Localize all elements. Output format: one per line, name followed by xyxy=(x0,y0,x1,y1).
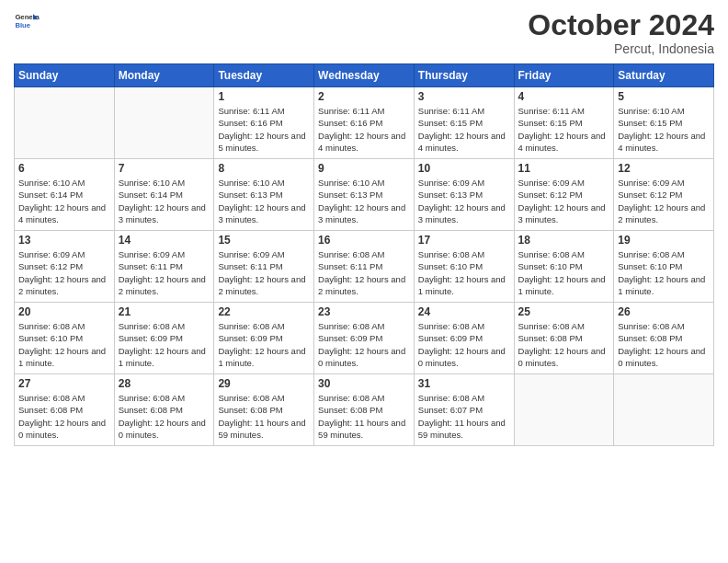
calendar-day-cell: 10Sunrise: 6:09 AM Sunset: 6:13 PM Dayli… xyxy=(414,159,514,231)
day-number: 31 xyxy=(418,377,510,390)
day-info: Sunrise: 6:09 AM Sunset: 6:11 PM Dayligh… xyxy=(119,248,210,297)
day-number: 22 xyxy=(218,305,310,318)
day-info: Sunrise: 6:08 AM Sunset: 6:11 PM Dayligh… xyxy=(318,248,410,297)
title-area: October 2024 Percut, Indonesia xyxy=(528,9,714,56)
day-of-week-header: Thursday xyxy=(414,64,514,87)
calendar-day-cell: 24Sunrise: 6:08 AM Sunset: 6:09 PM Dayli… xyxy=(414,303,514,374)
calendar-table: SundayMondayTuesdayWednesdayThursdayFrid… xyxy=(14,63,714,446)
day-number: 25 xyxy=(518,305,610,318)
day-info: Sunrise: 6:09 AM Sunset: 6:12 PM Dayligh… xyxy=(618,177,710,225)
month-title: October 2024 xyxy=(528,9,714,41)
calendar-day-cell: 5Sunrise: 6:10 AM Sunset: 6:15 PM Daylig… xyxy=(614,87,714,159)
calendar-day-cell: 28Sunrise: 6:08 AM Sunset: 6:08 PM Dayli… xyxy=(114,374,214,446)
day-of-week-header: Saturday xyxy=(614,64,714,87)
day-number: 28 xyxy=(119,377,210,390)
calendar-day-cell: 31Sunrise: 6:08 AM Sunset: 6:07 PM Dayli… xyxy=(414,374,514,446)
calendar-week-row: 1Sunrise: 6:11 AM Sunset: 6:16 PM Daylig… xyxy=(15,87,714,159)
calendar-day-cell: 30Sunrise: 6:08 AM Sunset: 6:08 PM Dayli… xyxy=(314,374,415,446)
day-number: 9 xyxy=(318,162,410,175)
day-info: Sunrise: 6:11 AM Sunset: 6:15 PM Dayligh… xyxy=(518,105,610,154)
day-number: 13 xyxy=(18,234,110,247)
day-info: Sunrise: 6:10 AM Sunset: 6:14 PM Dayligh… xyxy=(119,177,210,225)
day-number: 7 xyxy=(119,162,210,175)
calendar-header: General Blue October 2024 Percut, Indone… xyxy=(14,9,714,56)
day-info: Sunrise: 6:08 AM Sunset: 6:10 PM Dayligh… xyxy=(18,320,110,369)
day-info: Sunrise: 6:08 AM Sunset: 6:10 PM Dayligh… xyxy=(618,248,710,297)
day-of-week-header: Friday xyxy=(514,64,614,87)
logo: General Blue xyxy=(14,9,43,35)
calendar-day-cell: 16Sunrise: 6:08 AM Sunset: 6:11 PM Dayli… xyxy=(314,231,415,303)
calendar-day-cell: 15Sunrise: 6:09 AM Sunset: 6:11 PM Dayli… xyxy=(214,231,314,303)
day-info: Sunrise: 6:09 AM Sunset: 6:12 PM Dayligh… xyxy=(18,248,110,297)
day-number: 6 xyxy=(18,162,110,175)
day-number: 18 xyxy=(518,234,610,247)
calendar-day-cell: 17Sunrise: 6:08 AM Sunset: 6:10 PM Dayli… xyxy=(414,231,514,303)
day-number: 5 xyxy=(618,90,710,103)
day-number: 27 xyxy=(18,377,110,390)
day-number: 21 xyxy=(119,305,210,318)
calendar-day-cell: 2Sunrise: 6:11 AM Sunset: 6:16 PM Daylig… xyxy=(314,87,415,159)
day-info: Sunrise: 6:08 AM Sunset: 6:08 PM Dayligh… xyxy=(318,392,410,441)
day-of-week-header: Monday xyxy=(114,64,214,87)
day-number: 3 xyxy=(418,90,510,103)
day-number: 2 xyxy=(318,90,410,103)
calendar-day-cell: 4Sunrise: 6:11 AM Sunset: 6:15 PM Daylig… xyxy=(514,87,614,159)
logo-icon: General Blue xyxy=(14,9,40,35)
calendar-day-cell: 26Sunrise: 6:08 AM Sunset: 6:08 PM Dayli… xyxy=(614,303,714,374)
calendar-day-cell: 1Sunrise: 6:11 AM Sunset: 6:16 PM Daylig… xyxy=(214,87,314,159)
calendar-day-cell: 11Sunrise: 6:09 AM Sunset: 6:12 PM Dayli… xyxy=(514,159,614,231)
calendar-day-cell: 3Sunrise: 6:11 AM Sunset: 6:15 PM Daylig… xyxy=(414,87,514,159)
day-info: Sunrise: 6:08 AM Sunset: 6:09 PM Dayligh… xyxy=(218,320,310,369)
day-info: Sunrise: 6:08 AM Sunset: 6:09 PM Dayligh… xyxy=(119,320,210,369)
day-number: 12 xyxy=(618,162,710,175)
calendar-day-cell: 29Sunrise: 6:08 AM Sunset: 6:08 PM Dayli… xyxy=(214,374,314,446)
day-info: Sunrise: 6:08 AM Sunset: 6:09 PM Dayligh… xyxy=(418,320,510,369)
calendar-day-cell xyxy=(114,87,214,159)
day-info: Sunrise: 6:10 AM Sunset: 6:14 PM Dayligh… xyxy=(18,177,110,225)
calendar-week-row: 13Sunrise: 6:09 AM Sunset: 6:12 PM Dayli… xyxy=(15,231,714,303)
day-number: 26 xyxy=(618,305,710,318)
day-of-week-header: Tuesday xyxy=(214,64,314,87)
day-number: 10 xyxy=(418,162,510,175)
calendar-day-cell: 12Sunrise: 6:09 AM Sunset: 6:12 PM Dayli… xyxy=(614,159,714,231)
calendar-day-cell: 9Sunrise: 6:10 AM Sunset: 6:13 PM Daylig… xyxy=(314,159,415,231)
calendar-day-cell: 6Sunrise: 6:10 AM Sunset: 6:14 PM Daylig… xyxy=(15,159,115,231)
day-number: 17 xyxy=(418,234,510,247)
day-info: Sunrise: 6:11 AM Sunset: 6:15 PM Dayligh… xyxy=(418,105,510,154)
day-info: Sunrise: 6:08 AM Sunset: 6:10 PM Dayligh… xyxy=(418,248,510,297)
day-info: Sunrise: 6:08 AM Sunset: 6:09 PM Dayligh… xyxy=(318,320,410,369)
day-info: Sunrise: 6:08 AM Sunset: 6:08 PM Dayligh… xyxy=(518,320,610,369)
calendar-week-row: 6Sunrise: 6:10 AM Sunset: 6:14 PM Daylig… xyxy=(15,159,714,231)
calendar-week-row: 27Sunrise: 6:08 AM Sunset: 6:08 PM Dayli… xyxy=(15,374,714,446)
svg-text:Blue: Blue xyxy=(15,21,30,29)
day-number: 8 xyxy=(218,162,310,175)
day-number: 1 xyxy=(218,90,310,103)
day-info: Sunrise: 6:08 AM Sunset: 6:08 PM Dayligh… xyxy=(119,392,210,441)
day-info: Sunrise: 6:10 AM Sunset: 6:13 PM Dayligh… xyxy=(318,177,410,225)
calendar-day-cell: 19Sunrise: 6:08 AM Sunset: 6:10 PM Dayli… xyxy=(614,231,714,303)
day-of-week-header: Sunday xyxy=(15,64,115,87)
calendar-day-cell: 8Sunrise: 6:10 AM Sunset: 6:13 PM Daylig… xyxy=(214,159,314,231)
day-info: Sunrise: 6:11 AM Sunset: 6:16 PM Dayligh… xyxy=(318,105,410,154)
calendar-day-cell: 25Sunrise: 6:08 AM Sunset: 6:08 PM Dayli… xyxy=(514,303,614,374)
calendar-day-cell xyxy=(514,374,614,446)
calendar-day-cell: 23Sunrise: 6:08 AM Sunset: 6:09 PM Dayli… xyxy=(314,303,415,374)
calendar-day-cell: 21Sunrise: 6:08 AM Sunset: 6:09 PM Dayli… xyxy=(114,303,214,374)
day-info: Sunrise: 6:10 AM Sunset: 6:15 PM Dayligh… xyxy=(618,105,710,154)
calendar-day-cell: 7Sunrise: 6:10 AM Sunset: 6:14 PM Daylig… xyxy=(114,159,214,231)
day-info: Sunrise: 6:08 AM Sunset: 6:10 PM Dayligh… xyxy=(518,248,610,297)
day-number: 4 xyxy=(518,90,610,103)
calendar-day-cell: 20Sunrise: 6:08 AM Sunset: 6:10 PM Dayli… xyxy=(15,303,115,374)
day-number: 11 xyxy=(518,162,610,175)
day-number: 30 xyxy=(318,377,410,390)
day-info: Sunrise: 6:08 AM Sunset: 6:07 PM Dayligh… xyxy=(418,392,510,441)
day-info: Sunrise: 6:11 AM Sunset: 6:16 PM Dayligh… xyxy=(218,105,310,154)
day-info: Sunrise: 6:08 AM Sunset: 6:08 PM Dayligh… xyxy=(618,320,710,369)
day-info: Sunrise: 6:08 AM Sunset: 6:08 PM Dayligh… xyxy=(18,392,110,441)
calendar-day-cell: 14Sunrise: 6:09 AM Sunset: 6:11 PM Dayli… xyxy=(114,231,214,303)
day-info: Sunrise: 6:09 AM Sunset: 6:12 PM Dayligh… xyxy=(518,177,610,225)
day-number: 15 xyxy=(218,234,310,247)
day-number: 14 xyxy=(119,234,210,247)
calendar-day-cell xyxy=(614,374,714,446)
calendar-day-cell: 18Sunrise: 6:08 AM Sunset: 6:10 PM Dayli… xyxy=(514,231,614,303)
